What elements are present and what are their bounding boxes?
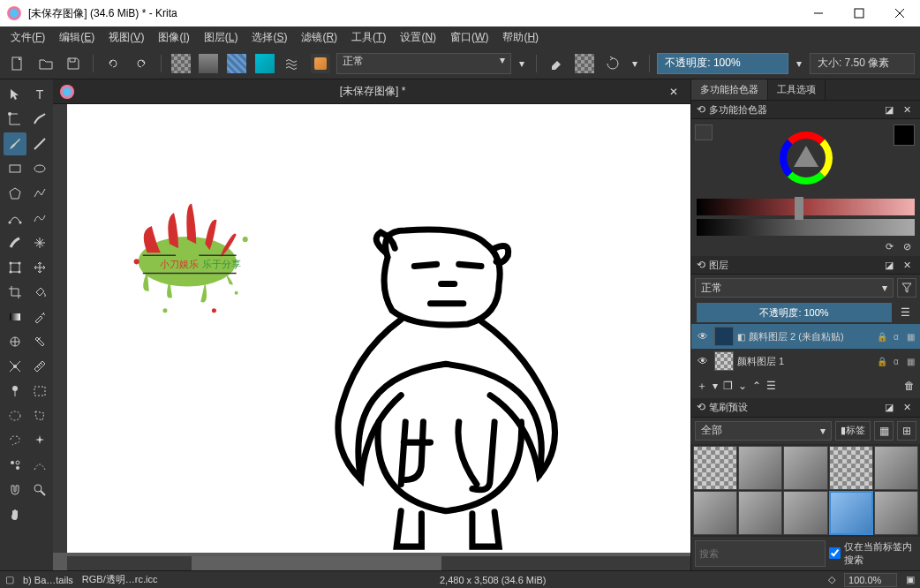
- blend-mode-chevron[interactable]: ▾: [515, 57, 529, 70]
- opacity-slider[interactable]: 不透明度: 100%: [657, 53, 788, 74]
- zoom-input[interactable]: [844, 573, 897, 587]
- lock-icon[interactable]: ⟲: [697, 401, 705, 413]
- tool-brush[interactable]: [4, 132, 26, 155]
- tool-rectangle[interactable]: [4, 157, 26, 180]
- layer-alpha-icon[interactable]: α: [890, 357, 902, 366]
- move-layer-down-button[interactable]: ⌄: [738, 380, 747, 392]
- menu-select[interactable]: 选择(S): [245, 28, 294, 47]
- layer-item[interactable]: 👁 ◧ 颜料图层 2 (来自粘贴) 🔒α▦: [691, 324, 920, 349]
- brush-preset[interactable]: [693, 491, 737, 535]
- lock-icon[interactable]: ⟲: [697, 103, 705, 116]
- lock-icon[interactable]: ⟲: [697, 259, 705, 271]
- tool-dyna[interactable]: [4, 231, 26, 254]
- menu-filter[interactable]: 滤镜(R): [294, 28, 344, 47]
- tool-colorize[interactable]: [4, 330, 26, 353]
- eraser-button[interactable]: [544, 51, 569, 76]
- menu-edit[interactable]: 编辑(E): [52, 28, 102, 47]
- panel-close-button[interactable]: ✕: [899, 257, 915, 273]
- brush-preset[interactable]: [693, 446, 737, 490]
- panel-float-button[interactable]: ◪: [881, 399, 897, 415]
- brush-search-checkbox[interactable]: [829, 547, 841, 559]
- tool-ellipse[interactable]: [28, 157, 51, 180]
- brush-preset[interactable]: [829, 491, 873, 535]
- move-layer-up-button[interactable]: ⌃: [752, 380, 761, 392]
- layer-inherit-icon[interactable]: ▦: [904, 332, 916, 342]
- layer-name[interactable]: 颜料图层 2 (来自粘贴): [749, 330, 872, 343]
- scrollbar-thumb[interactable]: [192, 556, 441, 570]
- maximize-button[interactable]: [839, 0, 879, 26]
- reload-button[interactable]: [600, 51, 625, 76]
- delete-layer-button[interactable]: 🗑: [904, 380, 915, 392]
- document-tab-close[interactable]: ✕: [664, 84, 683, 100]
- layer-name[interactable]: 颜料图层 1: [737, 355, 872, 368]
- layer-item[interactable]: 👁 颜料图层 1 🔒α▦: [691, 349, 920, 373]
- zoom-fit-icon[interactable]: ▣: [906, 574, 915, 585]
- layer-composite-icon[interactable]: ◧: [737, 332, 745, 342]
- layer-filter-button[interactable]: [897, 278, 916, 298]
- tool-pan[interactable]: [4, 503, 26, 526]
- status-selection[interactable]: b) Ba…tails: [23, 575, 73, 585]
- brush-preset[interactable]: [783, 446, 827, 490]
- tool-polygon[interactable]: [4, 182, 26, 205]
- gradient-button[interactable]: [196, 51, 221, 76]
- layer-properties-button[interactable]: ☰: [766, 380, 776, 392]
- tool-measure[interactable]: [28, 355, 51, 378]
- tool-ellipse-select[interactable]: [4, 404, 26, 427]
- tool-transform[interactable]: [4, 256, 26, 279]
- tab-tool-options[interactable]: 工具选项: [768, 79, 826, 100]
- color-triangle[interactable]: [794, 146, 818, 167]
- panel-float-button[interactable]: ◪: [881, 257, 897, 273]
- brush-view-mode[interactable]: ▦: [874, 421, 894, 441]
- tool-colorpicker[interactable]: [28, 305, 51, 328]
- tool-text[interactable]: T: [28, 83, 51, 106]
- tool-bezier[interactable]: [4, 207, 26, 230]
- undo-button[interactable]: [101, 51, 125, 76]
- brush-storage[interactable]: ⊞: [897, 421, 916, 441]
- layer-visibility-icon[interactable]: 👁: [695, 330, 711, 343]
- close-button[interactable]: [879, 0, 920, 26]
- menu-settings[interactable]: 设置(N): [393, 28, 443, 47]
- menu-file[interactable]: 文件(F): [4, 28, 52, 47]
- brush-preset[interactable]: [738, 446, 782, 490]
- layer-lock-icon[interactable]: 🔒: [876, 332, 888, 342]
- color-side-control[interactable]: [695, 124, 713, 140]
- tool-zoom[interactable]: [28, 479, 51, 501]
- brush-preset-button[interactable]: [308, 51, 333, 76]
- tool-similar-select[interactable]: [4, 454, 26, 477]
- tool-freehand-path[interactable]: [28, 207, 51, 230]
- duplicate-layer-button[interactable]: ❐: [723, 380, 733, 392]
- color-slider-1[interactable]: [697, 199, 915, 215]
- tool-reference[interactable]: [4, 380, 26, 403]
- brush-preset[interactable]: [829, 446, 873, 490]
- tool-gradient[interactable]: [4, 305, 26, 328]
- brush-tag-filter[interactable]: 全部: [695, 421, 832, 441]
- layer-lock-icon[interactable]: 🔒: [876, 357, 888, 366]
- tool-fill[interactable]: [28, 281, 51, 304]
- color-refresh-button[interactable]: ⟳: [881, 239, 897, 255]
- tool-poly-select[interactable]: [28, 404, 51, 427]
- scrollbar-vertical[interactable]: [53, 104, 67, 553]
- pattern-button[interactable]: [169, 51, 193, 76]
- zoom-drag-icon[interactable]: ◇: [828, 574, 835, 585]
- status-selection-icon[interactable]: ▢: [5, 574, 14, 585]
- brush-preset[interactable]: [783, 491, 827, 535]
- brush-preset[interactable]: [874, 446, 918, 490]
- tool-crop[interactable]: [4, 281, 26, 304]
- brush-preset[interactable]: [874, 491, 918, 535]
- canvas[interactable]: 小刀娱乐 乐于分享: [67, 104, 690, 553]
- layer-alpha-icon[interactable]: α: [890, 332, 902, 342]
- tool-edit-shape[interactable]: [4, 108, 26, 131]
- tab-color-selector[interactable]: 多功能拾色器: [691, 79, 768, 100]
- brush-preset[interactable]: [738, 491, 782, 535]
- brush-engines-button[interactable]: [281, 51, 305, 76]
- tool-calligraphy[interactable]: [28, 108, 51, 131]
- color-picker[interactable]: [691, 119, 920, 197]
- status-profile[interactable]: RGB/透明…rc.icc: [82, 573, 158, 586]
- color-button[interactable]: [253, 51, 277, 76]
- panel-float-button[interactable]: ◪: [881, 102, 897, 117]
- panel-close-button[interactable]: ✕: [899, 399, 915, 415]
- layer-opacity-menu[interactable]: ☰: [895, 303, 915, 322]
- menu-image[interactable]: 图像(I): [151, 28, 196, 47]
- scrollbar-horizontal[interactable]: [67, 556, 690, 570]
- open-button[interactable]: [34, 51, 58, 76]
